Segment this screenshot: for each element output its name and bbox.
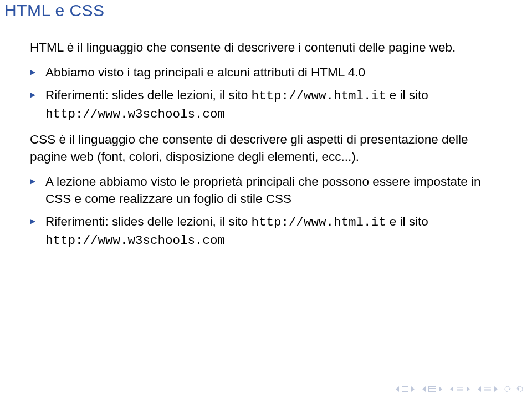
list-item: Riferimenti: slides delle lezioni, il si…	[30, 213, 501, 249]
list-item-text: Riferimenti: slides delle lezioni, il si…	[45, 215, 251, 228]
nav-prev-section[interactable]	[449, 386, 471, 392]
nav-prev-frame[interactable]	[477, 386, 499, 392]
list-item-text: e il sito	[386, 215, 428, 228]
list-item-text: A lezione abbiamo visto le proprietà pri…	[45, 175, 480, 206]
slide-title: HTML e CSS	[4, 1, 501, 20]
svg-marker-11	[467, 386, 470, 392]
list-item-text: Riferimenti: slides delle lezioni, il si…	[45, 88, 251, 102]
nav-prev-subsection[interactable]	[421, 386, 443, 392]
svg-marker-12	[478, 386, 481, 392]
list-item: A lezione abbiamo visto le proprietà pri…	[30, 173, 501, 207]
svg-marker-6	[439, 386, 442, 392]
nav-prev-slide[interactable]	[395, 386, 416, 392]
paragraph-css-intro: CSS è il linguaggio che consente di desc…	[30, 131, 501, 165]
bullet-list-2: A lezione abbiamo visto le proprietà pri…	[30, 173, 501, 249]
list-item: Abbiamo visto i tag principali e alcuni …	[30, 64, 501, 81]
list-item-text: Abbiamo visto i tag principali e alcuni …	[45, 65, 365, 79]
svg-marker-3	[422, 386, 426, 392]
svg-rect-1	[402, 387, 408, 392]
code-url: http://www.w3schools.com	[45, 233, 225, 248]
svg-marker-7	[450, 386, 453, 392]
svg-rect-4	[429, 387, 436, 392]
code-url: http://www.html.it	[251, 215, 386, 229]
slide: HTML e CSS HTML è il linguaggio che cons…	[0, 1, 532, 398]
list-item-text: e il sito	[386, 88, 428, 102]
code-url: http://www.html.it	[251, 89, 386, 103]
svg-marker-0	[396, 386, 399, 392]
paragraph-html-intro: HTML è il linguaggio che consente di des…	[30, 39, 501, 56]
bullet-list-1: Abbiamo visto i tag principali e alcuni …	[30, 64, 501, 123]
code-url: http://www.w3schools.com	[45, 107, 225, 121]
slide-content: HTML è il linguaggio che consente di des…	[30, 39, 501, 249]
svg-marker-2	[411, 386, 415, 392]
beamer-nav-bar	[395, 385, 523, 394]
nav-back-forward[interactable]	[504, 385, 523, 394]
svg-marker-16	[494, 386, 498, 392]
list-item: Riferimenti: slides delle lezioni, il si…	[30, 86, 501, 123]
